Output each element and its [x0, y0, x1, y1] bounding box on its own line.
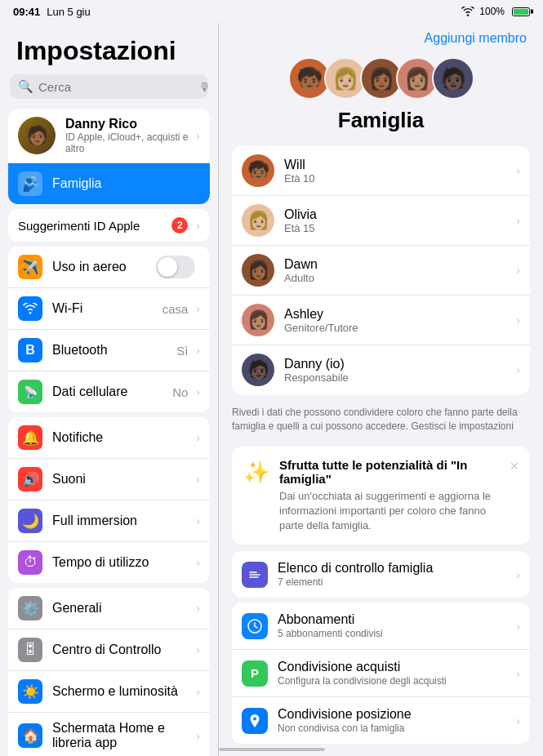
family-avatars: 🧒🏾 👩🏼 👩🏾 👩🏽 🧑🏿	[219, 49, 543, 105]
chevron-icon: ›	[196, 473, 200, 486]
member-role-ashley: Genitore/Tutore	[284, 322, 513, 334]
notifications-section: 🔔 Notifiche › 🔊 Suoni › 🌙 Full immersion…	[8, 417, 210, 583]
location-sharing-item[interactable]: Condivisione posizione Non condivisa con…	[232, 697, 530, 744]
member-role-olivia: Età 15	[284, 222, 513, 234]
chevron-icon: ›	[196, 385, 200, 398]
sidebar: Impostazioni 🔍 🎙 🧑🏾 Danny Rico ID Apple,…	[0, 23, 219, 756]
member-role-dawn: Adulto	[284, 272, 513, 284]
sharing-section: Abbonamenti 5 abbonamenti condivisi › P …	[232, 603, 530, 744]
chevron-icon: ›	[516, 714, 520, 727]
avatar-danny: 🧑🏿	[432, 57, 474, 100]
wifi-label: Wi-Fi	[52, 301, 162, 316]
notifications-label: Notifiche	[52, 430, 193, 445]
family-item[interactable]: 🫂 Famiglia	[8, 163, 210, 204]
notifications-item[interactable]: 🔔 Notifiche ›	[8, 417, 210, 459]
profile-info: Danny Rico ID Apple, iCloud+, acquisti e…	[65, 117, 193, 154]
chevron-icon: ›	[516, 363, 520, 376]
mic-icon[interactable]: 🎙	[198, 80, 211, 94]
screentime-icon: ⏱	[18, 550, 42, 575]
chevron-icon: ›	[516, 214, 520, 227]
cellular-label: Dati cellulare	[52, 385, 172, 399]
bluetooth-label: Bluetooth	[52, 343, 176, 358]
chevron-icon: ›	[516, 164, 520, 177]
screentime-item[interactable]: ⏱ Tempo di utilizzo ›	[8, 542, 210, 583]
subscriptions-item[interactable]: Abbonamenti 5 abbonamenti condivisi ›	[232, 603, 530, 650]
wifi-item[interactable]: Wi-Fi casa ›	[8, 288, 210, 330]
chevron-icon: ›	[516, 667, 520, 680]
home-screen-item[interactable]: 🏠 Schermata Home e libreria app ›	[8, 713, 210, 756]
general-icon: ⚙️	[18, 596, 42, 620]
screentime-label: Tempo di utilizzo	[52, 555, 193, 570]
control-center-item[interactable]: 🎛 Centro di Controllo ›	[8, 629, 210, 671]
airplane-toggle[interactable]	[156, 256, 195, 278]
checklist-item[interactable]: Elenco di controllo famiglia 7 elementi …	[232, 551, 530, 598]
cellular-item[interactable]: 📡 Dati cellulare No ›	[8, 371, 210, 412]
home-screen-label: Schermata Home e libreria app	[52, 721, 165, 749]
location-sharing-name: Condivisione posizione	[278, 707, 513, 722]
system-section: ⚙️ Generali › 🎛 Centro di Controllo › ☀️…	[8, 588, 210, 756]
avatar: 🧑🏾	[18, 117, 56, 154]
display-item[interactable]: ☀️ Schermo e luminosità ›	[8, 671, 210, 713]
chevron-icon: ›	[516, 620, 520, 633]
member-ashley[interactable]: 👩🏽 Ashley Genitore/Tutore ›	[232, 296, 530, 345]
wifi-icon	[461, 7, 474, 16]
subscriptions-icon	[242, 613, 268, 639]
search-icon: 🔍	[18, 79, 33, 94]
member-avatar-danny: 🧑🏿	[242, 354, 274, 386]
right-panel: Aggiungi membro 🧒🏾 👩🏼 👩🏾 👩🏽 🧑🏿 Famiglia …	[219, 23, 543, 756]
general-item[interactable]: ⚙️ Generali ›	[8, 588, 210, 629]
member-name-will: Will	[284, 158, 513, 172]
airplane-label: Uso in aereo	[52, 260, 156, 274]
chevron-icon: ›	[516, 314, 520, 327]
promo-card: ✨ Sfrutta tutte le potenzialità di "In f…	[232, 447, 530, 545]
promo-title: Sfrutta tutte le potenzialità di "In fam…	[279, 458, 500, 486]
member-role-danny: Responsabile	[284, 371, 513, 384]
add-member-button[interactable]: Aggiungi membro	[425, 31, 527, 46]
family-icon: 🫂	[18, 171, 42, 196]
subscriptions-sub: 5 abbonamenti condivisi	[278, 628, 513, 639]
checklist-icon	[242, 562, 268, 588]
search-input[interactable]	[38, 80, 194, 94]
member-avatar-dawn: 👩🏾	[242, 254, 274, 287]
member-name-dawn: Dawn	[284, 257, 513, 272]
family-label: Famiglia	[52, 176, 101, 191]
control-center-icon: 🎛	[18, 638, 42, 662]
member-dawn[interactable]: 👩🏾 Dawn Adulto ›	[232, 246, 530, 296]
chevron-icon: ›	[196, 431, 200, 444]
airplane-mode-item[interactable]: ✈️ Uso in aereo	[8, 247, 210, 288]
status-date: Lun 5 giu	[47, 6, 91, 18]
member-role-will: Età 10	[284, 172, 513, 185]
chevron-icon: ›	[196, 729, 200, 742]
member-name-danny: Danny (io)	[284, 357, 513, 371]
family-title: Famiglia	[219, 105, 543, 141]
sounds-icon: 🔊	[18, 467, 42, 491]
notifications-icon: 🔔	[18, 425, 42, 450]
bluetooth-item[interactable]: B Bluetooth Sì ›	[8, 330, 210, 371]
chevron-icon: ›	[196, 514, 200, 527]
suggestion-item[interactable]: Suggerimenti ID Apple 2 ›	[8, 209, 210, 242]
profile-item[interactable]: 🧑🏾 Danny Rico ID Apple, iCloud+, acquist…	[8, 109, 210, 163]
chevron-icon: ›	[516, 264, 520, 277]
purchase-sharing-item[interactable]: P Condivisione acquisti Configura la con…	[232, 650, 530, 697]
member-danny[interactable]: 🧑🏿 Danny (io) Responsabile ›	[232, 345, 530, 394]
promo-icon: ✨	[243, 460, 269, 485]
sidebar-title: Impostazioni	[0, 23, 218, 74]
svg-point-5	[253, 717, 256, 720]
chevron-icon: ›	[196, 129, 200, 142]
member-will[interactable]: 🧒🏾 Will Età 10 ›	[232, 146, 530, 196]
sounds-item[interactable]: 🔊 Suoni ›	[8, 459, 210, 500]
status-icons: 100%	[461, 6, 530, 17]
display-icon: ☀️	[18, 679, 42, 704]
right-header: Aggiungi membro	[219, 23, 543, 49]
promo-close-button[interactable]: ×	[510, 458, 519, 475]
member-olivia[interactable]: 👩🏼 Olivia Età 15 ›	[232, 196, 530, 246]
search-bar[interactable]: 🔍 🎙	[10, 74, 208, 99]
wifi-value: casa	[162, 302, 189, 316]
chevron-icon: ›	[196, 219, 200, 232]
home-indicator	[219, 748, 325, 751]
focus-item[interactable]: 🌙 Full immersion ›	[8, 500, 210, 542]
chevron-icon: ›	[196, 685, 200, 698]
chevron-icon: ›	[196, 556, 200, 569]
checklist-section: Elenco di controllo famiglia 7 elementi …	[232, 551, 530, 598]
battery-icon	[512, 7, 530, 16]
